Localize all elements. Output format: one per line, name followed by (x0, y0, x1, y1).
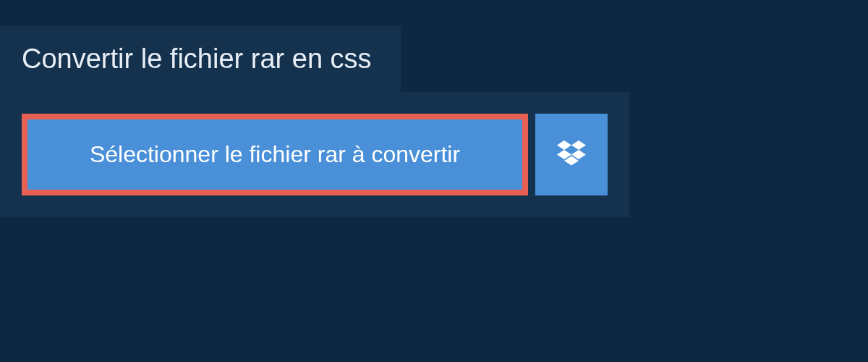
page-title: Convertir le fichier rar en css (22, 43, 372, 75)
dropbox-icon (557, 140, 586, 169)
dropbox-button[interactable] (535, 114, 608, 195)
upload-panel: Sélectionner le fichier rar à convertir (0, 92, 629, 217)
select-file-button[interactable]: Sélectionner le fichier rar à convertir (22, 114, 528, 195)
tab-header: Convertir le fichier rar en css (0, 26, 401, 92)
button-row: Sélectionner le fichier rar à convertir (22, 114, 608, 195)
select-file-label: Sélectionner le fichier rar à convertir (90, 141, 460, 168)
